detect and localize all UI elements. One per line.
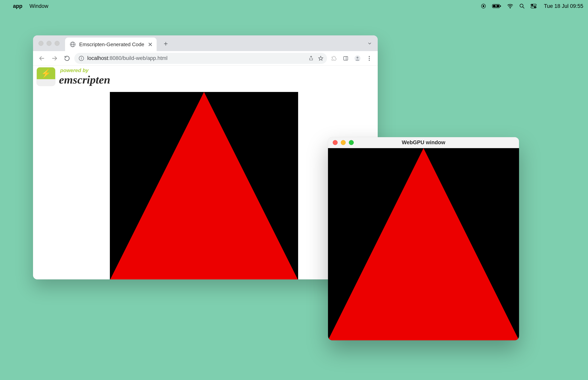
omnibox[interactable]: localhost:8080/build-web/app.html — [74, 53, 327, 64]
control-center-icon[interactable] — [531, 4, 536, 8]
browser-toolbar: localhost:8080/build-web/app.html — [33, 51, 378, 66]
svg-point-19 — [81, 57, 82, 57]
omnibox-url: localhost:8080/build-web/app.html — [87, 55, 168, 61]
new-tab-button[interactable]: + — [161, 38, 171, 49]
traffic-minimize-icon[interactable] — [47, 41, 52, 46]
spotlight-icon[interactable] — [519, 3, 525, 9]
native-app-window: WebGPU window — [328, 137, 519, 340]
battery-icon[interactable] — [492, 4, 501, 8]
share-icon[interactable] — [308, 56, 314, 61]
svg-point-5 — [510, 8, 511, 8]
app-window-title: WebGPU window — [328, 139, 519, 146]
traffic-close-icon[interactable] — [333, 140, 338, 145]
wifi-icon[interactable] — [507, 4, 513, 8]
screen-record-icon[interactable] — [481, 3, 486, 9]
svg-point-1 — [483, 5, 484, 7]
tab-close-icon[interactable]: ✕ — [148, 41, 153, 48]
svg-point-9 — [531, 4, 533, 5]
traffic-close-icon[interactable] — [38, 41, 43, 46]
svg-marker-20 — [319, 56, 323, 60]
macos-menubar: app Window Tue 18 Jul 09:55 — [0, 0, 588, 12]
extensions-icon[interactable] — [329, 54, 339, 63]
browser-tab[interactable]: Emscripten-Generated Code ✕ — [65, 38, 157, 51]
emscripten-name-label: emscripten — [59, 74, 110, 85]
svg-rect-21 — [344, 57, 348, 60]
browser-content: ⚡ powered by emscripten — [33, 66, 378, 279]
red-triangle-icon — [110, 92, 298, 279]
webgpu-canvas[interactable] — [328, 148, 519, 340]
browser-window: Emscripten-Generated Code ✕ + localhost:… — [33, 35, 378, 279]
emscripten-header: ⚡ powered by emscripten — [37, 67, 110, 86]
app-titlebar[interactable]: WebGPU window — [328, 137, 519, 148]
traffic-minimize-icon[interactable] — [341, 140, 346, 145]
svg-rect-3 — [500, 5, 501, 7]
sidepanel-icon[interactable] — [341, 54, 351, 63]
kebab-menu-icon[interactable] — [364, 54, 374, 63]
svg-point-27 — [369, 59, 370, 60]
menubar-datetime[interactable]: Tue 18 Jul 09:55 — [544, 3, 583, 9]
url-rest: :8080/build-web/app.html — [108, 55, 168, 61]
url-host: localhost — [87, 55, 108, 61]
webgl-canvas[interactable] — [110, 92, 298, 279]
nav-reload-button[interactable] — [62, 53, 72, 64]
menubar-left: app Window — [6, 3, 48, 9]
app-traffic-lights — [333, 140, 354, 145]
bookmark-star-icon[interactable] — [318, 56, 323, 61]
svg-point-26 — [369, 58, 370, 59]
emscripten-logo-icon: ⚡ — [37, 67, 56, 86]
menubar-right: Tue 18 Jul 09:55 — [481, 3, 583, 9]
site-info-icon[interactable] — [79, 56, 84, 61]
browser-traffic-lights — [38, 41, 59, 46]
menubar-app-name[interactable]: app — [13, 3, 22, 9]
menubar-window-menu[interactable]: Window — [29, 3, 48, 9]
svg-point-24 — [357, 57, 359, 58]
tab-list-chevron-icon[interactable] — [367, 41, 372, 46]
svg-point-6 — [520, 4, 523, 7]
profile-avatar-icon[interactable] — [353, 54, 362, 63]
red-triangle-icon — [328, 148, 519, 340]
browser-tabstrip: Emscripten-Generated Code ✕ + — [33, 35, 378, 51]
traffic-zoom-icon[interactable] — [55, 41, 59, 46]
emscripten-title: powered by emscripten — [59, 68, 110, 85]
globe-icon — [70, 41, 76, 47]
browser-tab-title: Emscripten-Generated Code — [79, 41, 144, 48]
nav-forward-button[interactable] — [49, 53, 60, 64]
svg-point-25 — [369, 56, 370, 57]
svg-line-7 — [523, 7, 524, 8]
traffic-zoom-icon[interactable] — [349, 140, 354, 145]
svg-point-11 — [534, 7, 535, 8]
nav-back-button[interactable] — [37, 53, 47, 64]
emscripten-powered-label: powered by — [60, 68, 110, 73]
